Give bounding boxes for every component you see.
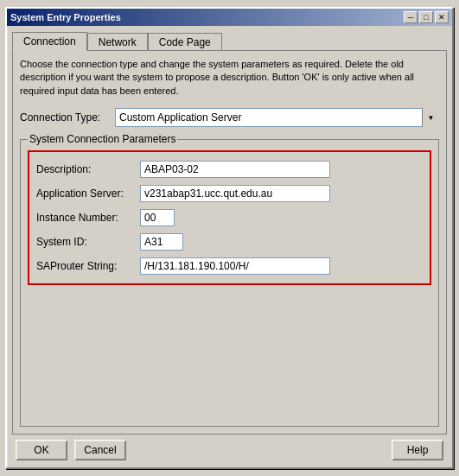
instance-number-input[interactable] (140, 209, 175, 226)
connection-type-label: Connection Type: (20, 111, 115, 124)
instance-number-row: Instance Number: (36, 209, 423, 226)
tab-network[interactable]: Network (87, 33, 148, 51)
ok-button[interactable]: OK (16, 440, 67, 460)
minimize-button[interactable]: ─ (404, 11, 418, 23)
description-input[interactable] (140, 161, 330, 178)
instance-number-label: Instance Number: (36, 212, 140, 224)
group-box: System Connection Parameters Description… (20, 139, 439, 427)
connection-type-wrapper: Custom Application Server Group/Server S… (115, 108, 439, 127)
saprouter-row: SAProuter String: (36, 257, 423, 275)
maximize-button[interactable]: □ (419, 11, 433, 23)
description-text: Choose the connection type and change th… (20, 58, 439, 98)
window-title: System Entry Properties (10, 12, 121, 22)
app-server-input[interactable] (140, 185, 330, 202)
close-button[interactable]: ✕ (435, 11, 449, 23)
help-button[interactable]: Help (392, 440, 443, 460)
connection-type-select[interactable]: Custom Application Server Group/Server S… (115, 108, 439, 127)
tab-content: Choose the connection type and change th… (12, 50, 447, 435)
params-box: Description: Application Server: Instanc… (28, 150, 431, 285)
connection-type-row: Connection Type: Custom Application Serv… (20, 108, 439, 127)
main-window: System Entry Properties ─ □ ✕ Connection… (5, 7, 454, 469)
saprouter-input[interactable] (140, 257, 330, 275)
title-bar: System Entry Properties ─ □ ✕ (7, 9, 452, 26)
tab-codepage[interactable]: Code Page (148, 33, 222, 51)
description-label: Description: (36, 163, 140, 175)
system-id-input[interactable] (140, 233, 183, 251)
description-row: Description: (36, 161, 423, 178)
app-server-label: Application Server: (36, 187, 140, 200)
system-id-row: System ID: (36, 233, 423, 251)
button-bar: OK Cancel Help (12, 435, 447, 462)
cancel-button[interactable]: Cancel (74, 440, 126, 460)
app-server-row: Application Server: (36, 185, 423, 202)
window-body: Connection Network Code Page Choose the … (7, 26, 452, 467)
tab-connection[interactable]: Connection (12, 32, 87, 51)
system-id-label: System ID: (36, 236, 140, 248)
title-bar-buttons: ─ □ ✕ (404, 11, 449, 23)
group-box-title: System Connection Parameters (28, 133, 177, 145)
tab-bar: Connection Network Code Page (12, 31, 447, 50)
saprouter-label: SAProuter String: (36, 260, 140, 272)
